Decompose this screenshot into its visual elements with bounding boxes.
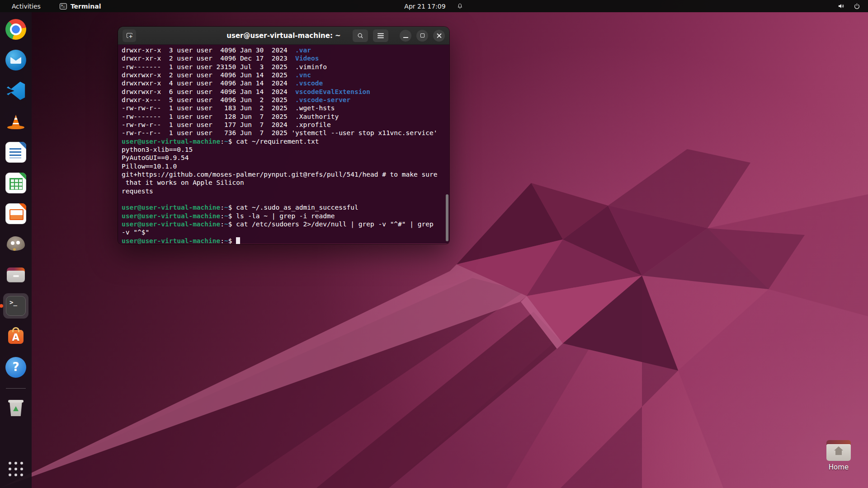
terminal-line: user@user-virtual-machine:~$ cat ~/requi… (122, 137, 446, 145)
show-apps-button[interactable] (3, 456, 28, 482)
terminal-line: -rw------- 1 user user 23150 Jul 3 2025 … (122, 63, 446, 71)
dock-divider (6, 388, 26, 389)
terminal-line: -rw------- 1 user user 128 Jun 7 2025 .X… (122, 113, 446, 121)
gimp-icon (5, 234, 26, 255)
terminal-line: drwxr-xr-x 3 user user 4096 Jan 30 2024 … (122, 46, 446, 54)
power-icon (853, 2, 861, 10)
terminal-line: git+https://github.com/moses-palmer/pynp… (122, 170, 446, 178)
terminal-line: user@user-virtual-machine:~$ (122, 237, 446, 244)
terminal-line (122, 195, 446, 203)
dock-item-impress[interactable] (3, 201, 28, 226)
focused-app-name: Terminal (71, 3, 101, 10)
volume-icon (837, 2, 845, 10)
calc-icon (5, 173, 26, 193)
vscode-icon (5, 80, 26, 101)
terminal-line: -rw-r--r-- 1 user user 736 Jun 7 2025 'y… (122, 129, 446, 137)
terminal-line: requests (122, 187, 446, 195)
new-tab-icon: + (127, 33, 132, 38)
search-button[interactable] (353, 29, 368, 42)
new-tab-button[interactable]: + (123, 29, 136, 42)
thunderbird-icon (5, 50, 26, 70)
terminal-line: drwxr-xr-x 2 user user 4096 Dec 17 2023 … (122, 54, 446, 62)
files-icon (5, 265, 26, 286)
terminal-line: -rw-rw-r-- 1 user user 177 Jun 7 2024 .x… (122, 121, 446, 129)
hamburger-icon (377, 35, 384, 36)
clock-menu[interactable]: Apr 21 17:09 (404, 0, 463, 12)
maximize-icon (420, 33, 425, 38)
terminal-viewport[interactable]: drwxr-xr-x 3 user user 4096 Jan 30 2024 … (118, 45, 449, 244)
terminal-line: that it works on Apple Silicon (122, 178, 446, 187)
terminal-line: user@user-virtual-machine:~$ ls -la ~ | … (122, 212, 446, 220)
minimize-icon (403, 37, 408, 38)
terminal-app-icon (6, 296, 26, 316)
trash-icon (5, 398, 26, 419)
home-folder-icon (826, 440, 851, 461)
help-icon (5, 357, 26, 378)
software-icon (5, 326, 26, 347)
focused-app-indicator[interactable]: Terminal (60, 3, 101, 10)
dock-item-files[interactable] (3, 263, 28, 288)
home-shortcut-label: Home (829, 463, 849, 471)
chrome-icon (5, 19, 26, 40)
desktop-home-shortcut[interactable]: Home (822, 440, 855, 471)
app-grid-icon (5, 459, 26, 479)
minimize-button[interactable] (400, 30, 411, 42)
dock-item-software[interactable] (3, 324, 28, 349)
top-bar: Activities Terminal Apr 21 17:09 (0, 0, 868, 12)
dock-item-gimp[interactable] (3, 232, 28, 257)
terminal-line: -rw-rw-r-- 1 user user 183 Jun 2 2025 .w… (122, 104, 446, 112)
terminal-scrollbar[interactable] (446, 194, 448, 241)
notification-bell-icon (457, 3, 464, 10)
clock-text: Apr 21 17:09 (404, 3, 445, 10)
dock-item-help[interactable] (3, 355, 28, 380)
terminal-line: user@user-virtual-machine:~$ cat ~/.sudo… (122, 203, 446, 211)
terminal-line: drwxrwxr-x 4 user user 4096 Jan 14 2024 … (122, 79, 446, 87)
search-icon (357, 32, 364, 39)
close-icon (436, 33, 442, 38)
terminal-line: drwxr-x--- 5 user user 4096 Jun 2 2025 .… (122, 96, 446, 104)
terminal-line: drwxrwxr-x 6 user user 4096 Jan 14 2024 … (122, 88, 446, 96)
terminal-output: drwxr-xr-x 3 user user 4096 Jan 30 2024 … (122, 46, 446, 244)
activities-button[interactable]: Activities (8, 2, 44, 11)
dock-item-chrome[interactable] (3, 17, 28, 42)
terminal-line: Pillow==10.1.0 (122, 162, 446, 170)
dock-item-thunderbird[interactable] (3, 47, 28, 73)
maximize-button[interactable] (416, 30, 428, 42)
dock (0, 12, 32, 488)
dock-item-trash[interactable] (3, 396, 28, 421)
terminal-line: user@user-virtual-machine:~$ cat /etc/su… (122, 220, 446, 228)
running-indicator-dot (0, 304, 3, 308)
vlc-icon (5, 111, 26, 132)
writer-icon (5, 142, 26, 163)
dock-item-terminal-app[interactable] (3, 293, 28, 319)
close-button[interactable] (433, 30, 445, 42)
impress-icon (5, 203, 26, 224)
terminal-window: user@user-virtual-machine: ~ + (118, 27, 449, 244)
terminal-titlebar[interactable]: user@user-virtual-machine: ~ + (118, 27, 449, 45)
terminal-line: -v "^$" (122, 228, 446, 236)
dock-item-writer[interactable] (3, 140, 28, 165)
desktop: Activities Terminal Apr 21 17:09 (0, 0, 868, 488)
terminal-line: drwxrwxr-x 2 user user 4096 Jun 14 2025 … (122, 71, 446, 79)
dock-item-calc[interactable] (3, 170, 28, 196)
dock-item-vscode[interactable] (3, 78, 28, 103)
menu-button[interactable] (373, 29, 388, 42)
terminal-line: PyAutoGUI==0.9.54 (122, 154, 446, 162)
system-status-menu[interactable] (837, 2, 868, 10)
terminal-line: python3-xlib==0.15 (122, 145, 446, 154)
dock-item-vlc[interactable] (3, 109, 28, 134)
terminal-icon (60, 3, 67, 9)
